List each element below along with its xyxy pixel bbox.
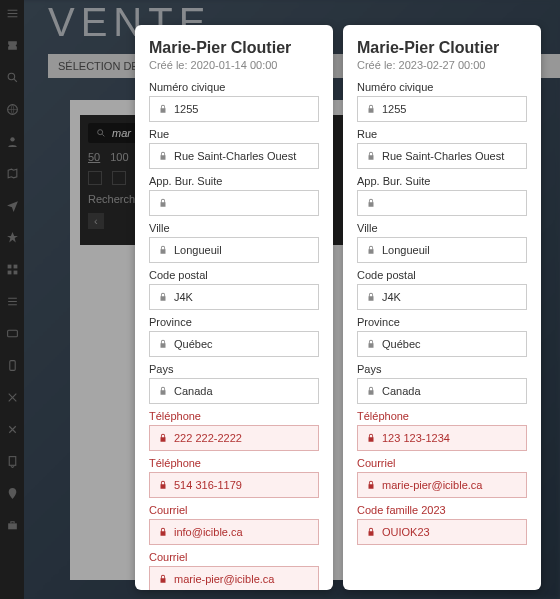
- lock-icon: [158, 574, 168, 584]
- field-value[interactable]: 222 222-2222: [149, 425, 319, 451]
- field-label: Code postal: [149, 269, 319, 281]
- lock-icon: [158, 198, 168, 208]
- contact-card: Marie-Pier CloutierCréé le: 2020-01-14 0…: [135, 25, 333, 590]
- field-text: Canada: [174, 385, 213, 397]
- lock-icon: [158, 245, 168, 255]
- field-text: J4K: [174, 291, 193, 303]
- lock-icon: [158, 433, 168, 443]
- field-text: J4K: [382, 291, 401, 303]
- field-label: Téléphone: [149, 457, 319, 469]
- field-label: Province: [149, 316, 319, 328]
- field-text: marie-pier@icible.ca: [174, 573, 274, 585]
- field-text: Canada: [382, 385, 421, 397]
- field-label: Code postal: [357, 269, 527, 281]
- field-value[interactable]: [149, 190, 319, 216]
- field-label: Courriel: [149, 551, 319, 563]
- field-label: Téléphone: [357, 410, 527, 422]
- field-value[interactable]: 1255: [357, 96, 527, 122]
- field-label: Pays: [357, 363, 527, 375]
- field-label: Ville: [149, 222, 319, 234]
- field-value[interactable]: marie-pier@icible.ca: [149, 566, 319, 590]
- field-value[interactable]: 123 123-1234: [357, 425, 527, 451]
- field-text: Longueuil: [382, 244, 430, 256]
- contact-card: Marie-Pier CloutierCréé le: 2023-02-27 0…: [343, 25, 541, 590]
- field-value[interactable]: Québec: [149, 331, 319, 357]
- card-title: Marie-Pier Cloutier: [357, 39, 527, 57]
- field-text: info@icible.ca: [174, 526, 243, 538]
- field-value[interactable]: Canada: [149, 378, 319, 404]
- field-value[interactable]: Longueuil: [357, 237, 527, 263]
- lock-icon: [366, 480, 376, 490]
- field-value[interactable]: Rue Saint-Charles Ouest: [357, 143, 527, 169]
- field-value[interactable]: marie-pier@icible.ca: [357, 472, 527, 498]
- field-label: Ville: [357, 222, 527, 234]
- lock-icon: [366, 198, 376, 208]
- field-label: Province: [357, 316, 527, 328]
- field-value[interactable]: J4K: [357, 284, 527, 310]
- card-title: Marie-Pier Cloutier: [149, 39, 319, 57]
- field-value[interactable]: [357, 190, 527, 216]
- lock-icon: [366, 433, 376, 443]
- field-text: Rue Saint-Charles Ouest: [174, 150, 296, 162]
- field-label: App. Bur. Suite: [149, 175, 319, 187]
- field-label: Courriel: [149, 504, 319, 516]
- field-text: Québec: [382, 338, 421, 350]
- field-text: Rue Saint-Charles Ouest: [382, 150, 504, 162]
- field-value[interactable]: Canada: [357, 378, 527, 404]
- field-label: Rue: [149, 128, 319, 140]
- field-text: 1255: [174, 103, 198, 115]
- lock-icon: [366, 245, 376, 255]
- field-label: Numéro civique: [149, 81, 319, 93]
- lock-icon: [158, 527, 168, 537]
- field-text: 1255: [382, 103, 406, 115]
- field-text: marie-pier@icible.ca: [382, 479, 482, 491]
- lock-icon: [158, 339, 168, 349]
- field-label: Pays: [149, 363, 319, 375]
- lock-icon: [366, 527, 376, 537]
- lock-icon: [366, 292, 376, 302]
- lock-icon: [366, 104, 376, 114]
- field-label: Téléphone: [149, 410, 319, 422]
- field-value[interactable]: Rue Saint-Charles Ouest: [149, 143, 319, 169]
- compare-cards: Marie-Pier CloutierCréé le: 2020-01-14 0…: [135, 25, 541, 590]
- lock-icon: [158, 104, 168, 114]
- field-text: OUIOK23: [382, 526, 430, 538]
- field-text: 123 123-1234: [382, 432, 450, 444]
- lock-icon: [158, 480, 168, 490]
- lock-icon: [366, 386, 376, 396]
- lock-icon: [366, 151, 376, 161]
- field-value[interactable]: Québec: [357, 331, 527, 357]
- field-text: Longueuil: [174, 244, 222, 256]
- field-label: Rue: [357, 128, 527, 140]
- field-label: Code famille 2023: [357, 504, 527, 516]
- field-label: Numéro civique: [357, 81, 527, 93]
- field-text: 222 222-2222: [174, 432, 242, 444]
- lock-icon: [158, 292, 168, 302]
- field-value[interactable]: info@icible.ca: [149, 519, 319, 545]
- field-label: Courriel: [357, 457, 527, 469]
- field-value[interactable]: Longueuil: [149, 237, 319, 263]
- field-value[interactable]: J4K: [149, 284, 319, 310]
- field-label: App. Bur. Suite: [357, 175, 527, 187]
- field-value[interactable]: 1255: [149, 96, 319, 122]
- lock-icon: [158, 386, 168, 396]
- card-created: Créé le: 2020-01-14 00:00: [149, 59, 319, 71]
- card-created: Créé le: 2023-02-27 00:00: [357, 59, 527, 71]
- lock-icon: [158, 151, 168, 161]
- field-text: Québec: [174, 338, 213, 350]
- lock-icon: [366, 339, 376, 349]
- field-value[interactable]: OUIOK23: [357, 519, 527, 545]
- field-text: 514 316-1179: [174, 479, 242, 491]
- field-value[interactable]: 514 316-1179: [149, 472, 319, 498]
